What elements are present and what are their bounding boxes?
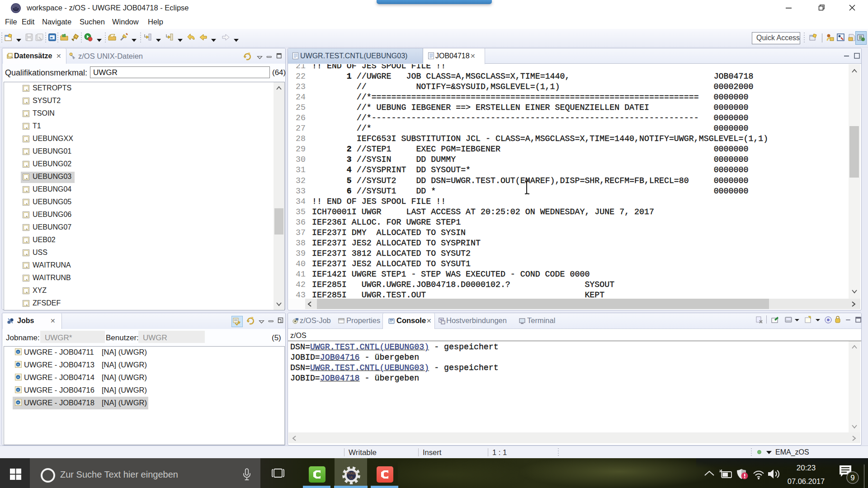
svg-text:Zur Suche Text hier eingeben: Zur Suche Text hier eingeben <box>60 469 178 479</box>
svg-text:9: 9 <box>850 474 854 482</box>
svg-text:07.06.2017: 07.06.2017 <box>788 477 825 485</box>
svg-text:20:23: 20:23 <box>797 464 816 472</box>
svg-text:UL: UL <box>349 476 354 479</box>
svg-text:TRASS: TRASS <box>346 472 357 475</box>
